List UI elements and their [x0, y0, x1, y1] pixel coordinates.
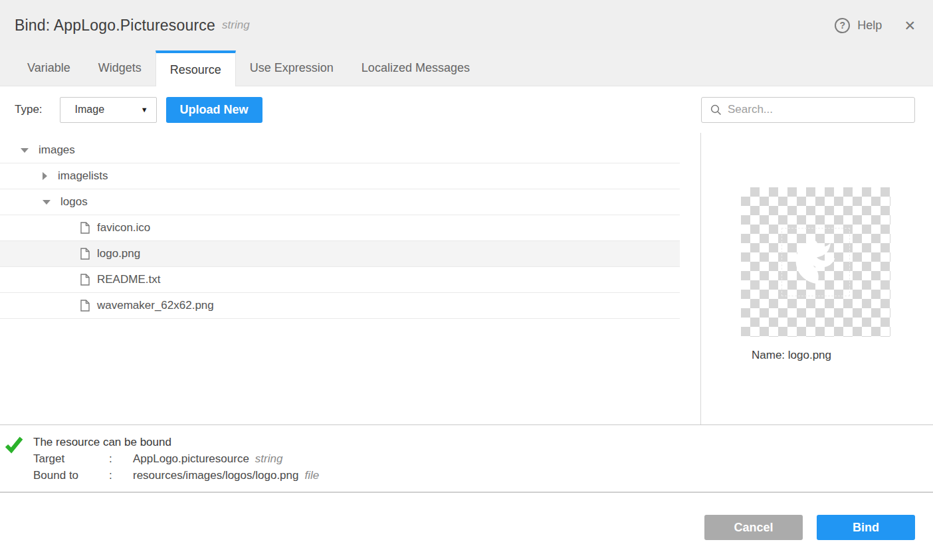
cancel-button[interactable]: Cancel [704, 515, 803, 540]
upload-new-button[interactable]: Upload New [166, 97, 262, 123]
status-row-type: string [255, 450, 283, 467]
dialog-title-type: string [222, 19, 250, 32]
preview-panel: Name: logo.png [700, 133, 933, 424]
help-icon[interactable]: ? [835, 18, 850, 33]
status-boundto-row: Bound to : resources/images/logos/logo.p… [33, 467, 933, 484]
chevron-collapsed-icon[interactable] [43, 172, 47, 180]
preview-file-name: Name: logo.png [752, 349, 933, 362]
tree-item-label: logos [60, 195, 88, 209]
tree-item-label: logo.png [97, 247, 140, 260]
close-icon[interactable]: ✕ [904, 19, 916, 33]
status-row-type: file [304, 467, 319, 484]
tree-item-images[interactable]: images [0, 138, 680, 163]
search-icon [710, 104, 722, 116]
tab-resource[interactable]: Resource [156, 50, 236, 86]
tab-bar: Variable Widgets Resource Use Expression… [0, 50, 933, 86]
chevron-expanded-icon[interactable] [43, 200, 51, 205]
dialog-header: Bind: AppLogo.Picturesource string ? Hel… [0, 0, 933, 50]
status-target-row: Target : AppLogo.picturesource string [33, 450, 933, 467]
image-preview [741, 187, 890, 337]
tree-item-label: imagelists [58, 169, 108, 183]
status-row-label: Target [33, 450, 109, 467]
success-check-icon [5, 436, 23, 454]
status-row-colon: : [109, 450, 133, 467]
tree-item-logo-png[interactable]: logo.png [0, 241, 680, 267]
wavemaker-logo-image [791, 237, 841, 288]
chevron-down-icon: ▼ [141, 106, 148, 114]
tree-item-imagelists[interactable]: imagelists [0, 163, 680, 189]
tree-item-logos[interactable]: logos [0, 189, 680, 215]
file-tree: images imagelists logos favicon.ico logo… [0, 133, 700, 424]
help-label[interactable]: Help [857, 19, 882, 33]
status-row-colon: : [109, 467, 133, 484]
tree-item-readme[interactable]: README.txt [0, 267, 680, 293]
status-message: The resource can be bound [33, 434, 933, 450]
type-select-value: Image [75, 104, 104, 116]
chevron-expanded-icon[interactable] [21, 148, 29, 153]
tree-item-label: favicon.ico [97, 221, 150, 234]
dialog-footer: Cancel Bind [0, 493, 933, 560]
status-row-value: AppLogo.picturesource [133, 450, 249, 467]
bind-status: The resource can be bound Target : AppLo… [0, 425, 933, 493]
tree-item-label: README.txt [97, 273, 160, 286]
tab-localized-messages[interactable]: Localized Messages [348, 50, 484, 86]
tab-widgets[interactable]: Widgets [84, 50, 156, 86]
status-row-label: Bound to [33, 467, 109, 484]
tree-item-label: wavemaker_62x62.png [97, 299, 214, 312]
image-bounds [781, 228, 850, 296]
search-input[interactable] [728, 103, 908, 116]
resource-toolbar: Type: Image ▼ Upload New [0, 86, 933, 133]
tab-use-expression[interactable]: Use Expression [236, 50, 348, 86]
help-button[interactable]: ? Help [835, 18, 882, 33]
tree-item-favicon[interactable]: favicon.ico [0, 215, 680, 241]
resource-content: images imagelists logos favicon.ico logo… [0, 133, 933, 425]
type-select[interactable]: Image ▼ [60, 97, 157, 123]
header-actions: ? Help ✕ [835, 18, 916, 33]
dialog-title: Bind: AppLogo.Picturesource [15, 17, 215, 35]
status-row-value: resources/images/logos/logo.png [133, 467, 298, 484]
tab-variable[interactable]: Variable [13, 50, 84, 86]
file-icon [80, 222, 90, 234]
tree-item-wavemaker-png[interactable]: wavemaker_62x62.png [0, 293, 680, 319]
search-box[interactable] [701, 97, 915, 123]
tree-item-label: images [39, 143, 75, 157]
type-label: Type: [15, 103, 43, 116]
file-icon [80, 274, 90, 286]
file-icon [80, 300, 90, 312]
file-icon [80, 248, 90, 260]
bind-button[interactable]: Bind [817, 515, 915, 540]
